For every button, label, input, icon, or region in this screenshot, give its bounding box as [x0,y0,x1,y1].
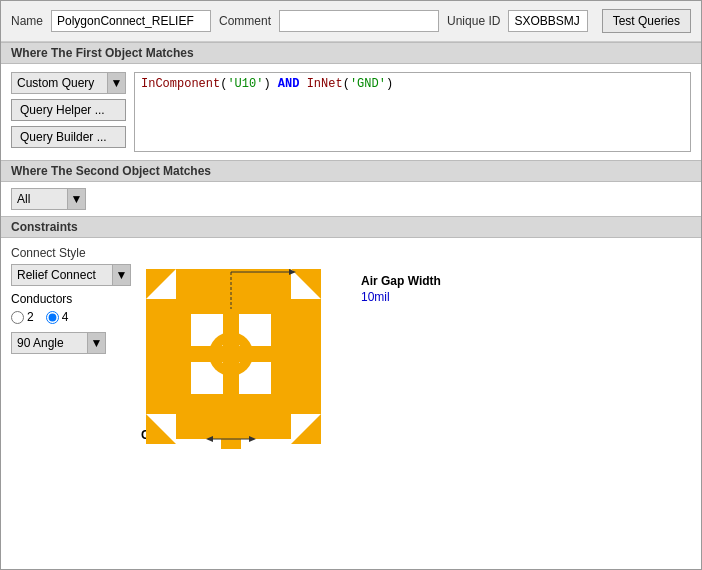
relief-connect-dropdown[interactable]: Relief Connect ▼ [11,264,131,286]
left-controls: Relief Connect ▼ Conductors 2 4 90 Angle [11,264,141,354]
query-text-display[interactable]: InComponent('U10') AND InNet('GND') [134,72,691,152]
name-label: Name [11,14,43,28]
svg-rect-14 [221,419,241,449]
relief-connect-label: Relief Connect [12,268,112,282]
svg-rect-13 [223,314,239,394]
query-text: InComponent('U10') AND InNet('GND') [141,77,393,91]
unique-id-label: Unique ID [447,14,500,28]
conductor-4-radio[interactable] [46,311,59,324]
test-queries-button[interactable]: Test Queries [602,9,691,33]
angle-dropdown-arrow: ▼ [87,333,105,353]
conductor-4-text: 4 [62,310,69,324]
annotations: Air Gap Width 10mil [341,264,691,272]
all-dropdown-arrow: ▼ [67,189,85,209]
relief-connect-svg [141,264,326,449]
relief-diagram [141,264,341,424]
angle-label: 90 Angle [12,336,87,350]
conductor-4-label[interactable]: 4 [46,310,69,324]
conductor-2-label[interactable]: 2 [11,310,34,324]
top-bar: Name Comment Unique ID Test Queries [1,1,701,42]
conductors-label: Conductors [11,292,141,306]
first-object-header: Where The First Object Matches [1,42,701,64]
query-helper-button[interactable]: Query Helper ... [11,99,126,121]
air-gap-width-label: Air Gap Width [361,274,441,288]
angle-dropdown[interactable]: 90 Angle ▼ [11,332,106,354]
all-dropdown[interactable]: All ▼ [11,188,86,210]
custom-query-label: Custom Query [12,76,107,90]
first-object-section: Custom Query ▼ Query Helper ... Query Bu… [1,64,701,160]
connect-style-label: Connect Style [11,246,691,260]
custom-query-arrow: ▼ [107,73,125,93]
relief-connect-arrow: ▼ [112,265,130,285]
name-input[interactable] [51,10,211,32]
unique-id-input[interactable] [508,10,588,32]
comment-label: Comment [219,14,271,28]
query-type-area: Custom Query ▼ Query Helper ... Query Bu… [11,72,126,148]
comment-input[interactable] [279,10,439,32]
custom-query-dropdown[interactable]: Custom Query ▼ [11,72,126,94]
air-gap-width-value: 10mil [361,290,390,304]
conductors-radio-row: 2 4 [11,310,141,324]
constraints-section: Connect Style Relief Connect ▼ Conductor… [1,238,701,450]
constraints-header: Constraints [1,216,701,238]
second-object-section: All ▼ [1,182,701,216]
query-builder-button[interactable]: Query Builder ... [11,126,126,148]
second-object-header: Where The Second Object Matches [1,160,701,182]
conductor-2-radio[interactable] [11,311,24,324]
conductor-2-text: 2 [27,310,34,324]
all-label: All [12,192,67,206]
